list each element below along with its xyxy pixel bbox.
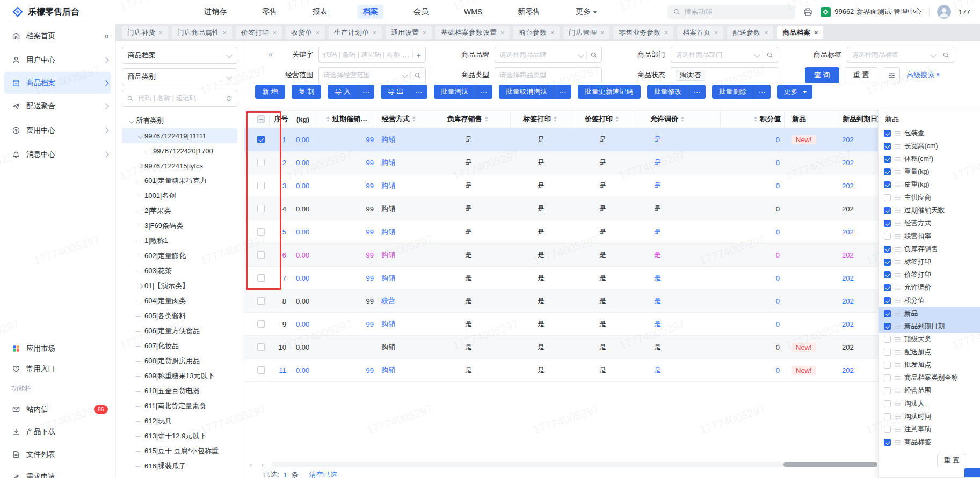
row-checkbox[interactable] xyxy=(257,320,265,328)
table-row[interactable]: 20.0099购销是是是是0202 xyxy=(244,151,878,174)
avatar[interactable] xyxy=(937,5,951,19)
column-checkbox[interactable] xyxy=(884,130,891,137)
column-item-批发加点[interactable]: 批发加点 xyxy=(879,358,980,371)
scrollbar-track[interactable] xyxy=(271,462,875,467)
drag-handle-icon[interactable] xyxy=(895,363,901,367)
tab-门店商品属性[interactable]: 门店商品属性× xyxy=(172,26,232,39)
tab-基础档案参数设置[interactable]: 基础档案参数设置× xyxy=(435,26,510,39)
table-row[interactable]: 70.0099购销是是是是0202 xyxy=(244,267,878,290)
drag-handle-icon[interactable] xyxy=(895,144,901,149)
column-checkbox[interactable] xyxy=(884,233,891,240)
filter-field-商品部门[interactable]: 请选择商品部门 xyxy=(671,47,778,63)
column-item-商品档案类别全称[interactable]: 商品档案类别全称 xyxy=(879,371,980,384)
close-icon[interactable]: × xyxy=(500,29,504,36)
column-checkbox[interactable] xyxy=(884,336,891,343)
close-icon[interactable]: × xyxy=(373,29,376,36)
tree-node[interactable]: 612|玩具 xyxy=(122,414,237,429)
table-row[interactable]: 60.0099购销是是是是0202 xyxy=(244,244,878,267)
row-checkbox[interactable] xyxy=(257,366,265,374)
tree-node[interactable]: 608|定货厨房用品 xyxy=(122,354,237,369)
column-item-配送加点[interactable]: 配送加点 xyxy=(879,345,980,358)
drag-handle-icon[interactable] xyxy=(895,311,901,316)
drag-handle-icon[interactable] xyxy=(895,376,901,380)
table-row[interactable]: 30.0099购销是是是是0202 xyxy=(244,174,878,197)
filter-field-经营范围[interactable]: 请选择经营范围 xyxy=(318,67,426,83)
chevron-down-icon[interactable] xyxy=(578,52,584,57)
more-options-icon[interactable]: ⋯ xyxy=(411,85,427,99)
search-icon[interactable] xyxy=(766,52,773,58)
cell-cb[interactable] xyxy=(244,197,269,220)
cell-cb[interactable] xyxy=(244,359,269,381)
sort-icon[interactable] xyxy=(326,116,330,122)
column-item-淘汰人[interactable]: 淘汰人 xyxy=(879,397,980,410)
tree-node[interactable]: 1|散称1 xyxy=(122,233,237,248)
row-checkbox[interactable] xyxy=(257,274,265,282)
cell-cb[interactable] xyxy=(244,151,269,174)
sidebar-item-常用入口[interactable]: 常用入口 xyxy=(0,359,115,379)
drag-handle-icon[interactable] xyxy=(895,414,901,419)
sidebar-item-应用市场[interactable]: 应用市场 xyxy=(0,339,115,359)
sort-icon[interactable] xyxy=(412,116,416,122)
drag-handle-icon[interactable] xyxy=(895,195,901,200)
chevron-right-icon[interactable] xyxy=(136,164,144,168)
sort-icon[interactable] xyxy=(754,116,757,122)
column-item-皮重(kg)[interactable]: 皮重(kg) xyxy=(879,178,980,191)
column-item-标签打印[interactable]: 标签打印 xyxy=(879,255,980,268)
sidebar-item-档案首页[interactable]: 档案首页« xyxy=(0,24,115,48)
drag-handle-icon[interactable] xyxy=(895,401,901,406)
tab-价签打印[interactable]: 价签打印× xyxy=(236,26,282,39)
column-item-淘汰时间[interactable]: 淘汰时间 xyxy=(879,410,980,423)
column-header-积分值[interactable]: 积分值 xyxy=(720,111,784,128)
tree-node[interactable]: 01|【演示类】 xyxy=(122,278,237,293)
column-checkbox[interactable] xyxy=(884,413,891,420)
column-item-新品[interactable]: 新品 xyxy=(879,307,980,320)
close-icon[interactable]: × xyxy=(714,29,718,36)
column-checkbox[interactable] xyxy=(884,259,891,266)
row-checkbox[interactable] xyxy=(257,159,265,166)
close-icon[interactable]: × xyxy=(764,29,768,36)
tree-node[interactable]: 99767122420|1700 xyxy=(122,143,237,158)
chevron-down-icon[interactable] xyxy=(754,52,760,57)
cell-cb[interactable] xyxy=(244,174,269,197)
toolbar-button-批量修改[interactable]: 批量修改⋯ xyxy=(647,85,706,99)
column-item-注意事项[interactable]: 注意事项 xyxy=(879,423,980,436)
column-checkbox[interactable] xyxy=(884,362,891,369)
column-item-联营扣率[interactable]: 联营扣率 xyxy=(879,230,980,242)
tree-search-box[interactable] xyxy=(122,90,237,107)
printer-icon[interactable] xyxy=(803,7,813,17)
nav-item-新零售[interactable]: 新零售 xyxy=(512,5,546,19)
column-checkbox[interactable] xyxy=(884,271,891,278)
drag-handle-icon[interactable] xyxy=(895,170,901,174)
cell-cb[interactable] xyxy=(244,220,269,243)
drag-handle-icon[interactable] xyxy=(895,337,901,342)
column-checkbox[interactable] xyxy=(884,156,891,163)
column-item-体积(cm³)[interactable]: 体积(cm³) xyxy=(879,152,980,165)
close-icon[interactable]: × xyxy=(600,29,604,36)
column-header-序号[interactable]: 序号 xyxy=(269,111,293,128)
column-item-主供应商[interactable]: 主供应商 xyxy=(879,191,980,204)
tree-node[interactable]: 99767122415|lyfcs xyxy=(122,158,237,173)
column-checkbox[interactable] xyxy=(884,374,891,381)
close-icon[interactable]: × xyxy=(814,29,818,36)
row-checkbox[interactable] xyxy=(257,205,265,212)
drag-handle-icon[interactable] xyxy=(895,324,901,329)
column-checkbox[interactable] xyxy=(884,439,891,446)
toolbar-button-导入[interactable]: 导 入⋯ xyxy=(328,85,374,99)
more-options-icon[interactable]: ⋯ xyxy=(754,85,771,99)
filter-field-关键字[interactable]: 代码 | 条码 | 速记码 | 名称 |…+ xyxy=(318,47,426,63)
column-header-新品到期日期[interactable]: 新品到期日期 xyxy=(838,111,878,128)
nav-item-进销存[interactable]: 进销存 xyxy=(199,5,232,19)
select-all-checkbox[interactable] xyxy=(257,115,265,123)
tree-node[interactable]: 606|定量方便食品 xyxy=(122,323,237,339)
more-options-icon[interactable]: ⋯ xyxy=(476,85,492,99)
drag-handle-icon[interactable] xyxy=(895,131,901,136)
org-badge[interactable]: 99662-新界面测试-管理中心 xyxy=(821,7,921,17)
cell-cb[interactable] xyxy=(244,128,269,151)
tab-生产计划单[interactable]: 生产计划单× xyxy=(329,26,382,39)
column-item-商品标签[interactable]: 商品标签 xyxy=(879,436,980,448)
column-checkbox[interactable] xyxy=(884,220,891,227)
sidebar-item-产品下载[interactable]: 产品下载 xyxy=(0,421,115,443)
cell-cb[interactable] xyxy=(244,290,269,312)
search-icon[interactable] xyxy=(414,72,421,79)
drag-handle-icon[interactable] xyxy=(895,208,901,213)
